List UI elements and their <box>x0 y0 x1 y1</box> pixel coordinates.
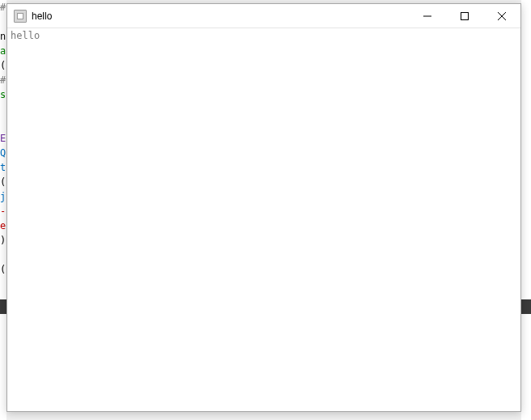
window-title: hello <box>32 11 409 22</box>
minimize-icon <box>423 12 431 20</box>
app-icon <box>14 10 27 23</box>
minimize-button[interactable] <box>409 4 446 28</box>
svg-rect-1 <box>461 12 469 19</box>
maximize-icon <box>461 12 469 20</box>
background-editor-right <box>521 0 531 420</box>
background-dark-strip-left <box>0 299 6 314</box>
window-controls <box>409 4 520 28</box>
window-content: hello <box>7 28 520 411</box>
content-text: hello <box>11 30 40 41</box>
close-icon <box>498 12 506 20</box>
titlebar[interactable]: hello <box>7 4 520 28</box>
close-button[interactable] <box>483 4 520 28</box>
application-window: hello hello <box>6 3 521 412</box>
background-dark-strip-right <box>521 299 531 314</box>
background-editor-left: # n a ( # s E Q t ( j - e ) ( <box>0 0 6 420</box>
maximize-button[interactable] <box>446 4 483 28</box>
